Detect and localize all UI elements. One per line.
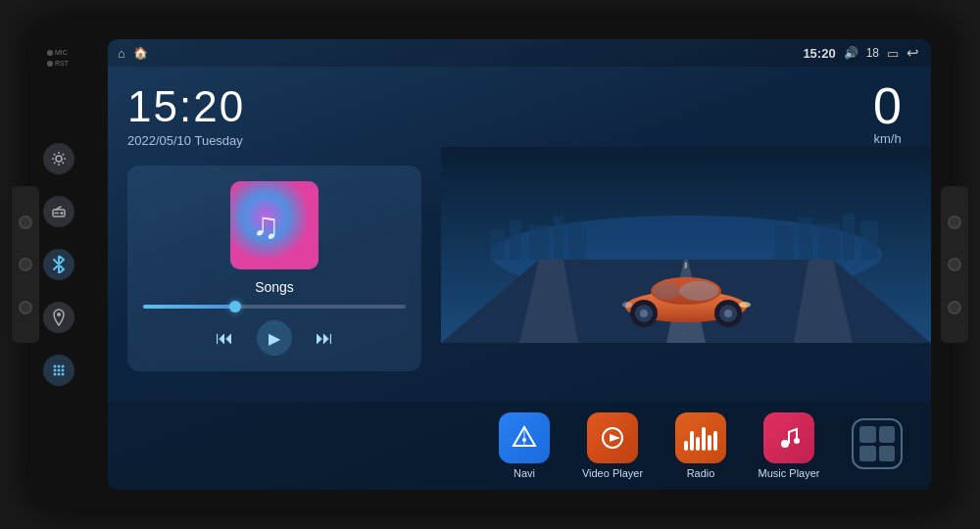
clock-section: 15:20 2022/05/10 Tuesday bbox=[127, 82, 421, 148]
svg-point-45 bbox=[622, 302, 632, 308]
svg-rect-25 bbox=[843, 214, 855, 260]
svg-marker-48 bbox=[610, 434, 620, 442]
app-icon-grid[interactable] bbox=[843, 418, 911, 473]
video-label: Video Player bbox=[582, 467, 643, 479]
bracket-left bbox=[12, 186, 39, 343]
svg-point-10 bbox=[54, 373, 57, 376]
speed-unit: km/h bbox=[873, 131, 902, 146]
svg-point-5 bbox=[58, 365, 61, 368]
bluetooth-button[interactable] bbox=[43, 249, 74, 280]
eq-bars bbox=[684, 425, 717, 451]
left-panel bbox=[43, 143, 74, 386]
svg-point-4 bbox=[54, 365, 57, 368]
svg-point-46 bbox=[522, 438, 526, 442]
svg-point-37 bbox=[653, 282, 680, 300]
play-button[interactable]: ▶ bbox=[257, 320, 292, 356]
svg-point-12 bbox=[62, 373, 65, 376]
road-scene bbox=[441, 147, 931, 343]
music-panel: 15:20 2022/05/10 Tuesday bbox=[108, 67, 441, 402]
speaker-icon: 🔊 bbox=[844, 46, 858, 60]
music-label: Music Player bbox=[759, 467, 820, 479]
main-area: 15:20 2022/05/10 Tuesday bbox=[108, 67, 931, 402]
grid-icon bbox=[852, 418, 903, 469]
speed-value: 0 bbox=[873, 80, 902, 131]
navi-label: Navi bbox=[514, 467, 535, 479]
svg-rect-23 bbox=[799, 217, 812, 260]
svg-point-0 bbox=[56, 156, 62, 162]
svg-point-36 bbox=[679, 281, 718, 301]
app-icon-radio[interactable]: Radio bbox=[666, 412, 735, 479]
music-card: ♫ Songs ⏮ ▶ bbox=[127, 166, 421, 371]
status-bar: ⌂ 🏠 15:20 🔊 18 ▭ ↩ bbox=[108, 39, 931, 67]
svg-text:♫: ♫ bbox=[252, 205, 280, 246]
home-outline-icon[interactable]: ⌂ bbox=[118, 46, 125, 61]
volume-value: 18 bbox=[866, 46, 879, 60]
screen-content: 15:20 2022/05/10 Tuesday bbox=[108, 67, 931, 490]
speed-section: 0 km/h bbox=[873, 80, 902, 146]
back-icon[interactable]: ↩ bbox=[906, 44, 919, 62]
svg-rect-22 bbox=[774, 225, 794, 260]
status-bar-left: ⌂ 🏠 bbox=[118, 46, 148, 61]
svg-point-49 bbox=[781, 440, 789, 448]
svg-rect-20 bbox=[554, 216, 564, 260]
settings-button[interactable] bbox=[43, 143, 74, 174]
status-bar-right: 15:20 🔊 18 ▭ ↩ bbox=[803, 44, 919, 62]
svg-rect-19 bbox=[529, 225, 549, 260]
home-filled-icon[interactable]: 🏠 bbox=[133, 46, 148, 60]
status-time: 15:20 bbox=[803, 46, 835, 61]
next-button[interactable]: ⏭ bbox=[316, 328, 333, 349]
radio-app-icon bbox=[675, 412, 726, 463]
main-screen: ⌂ 🏠 15:20 🔊 18 ▭ ↩ 15:20 2022/0 bbox=[108, 39, 931, 490]
album-art: ♫ bbox=[230, 181, 318, 269]
progress-bar[interactable] bbox=[143, 305, 406, 309]
svg-rect-24 bbox=[818, 223, 840, 260]
navi-icon bbox=[499, 412, 550, 463]
svg-point-40 bbox=[640, 310, 648, 317]
app-icon-music[interactable]: Music Player bbox=[755, 412, 823, 479]
svg-point-9 bbox=[62, 369, 65, 372]
music-app-icon bbox=[763, 412, 814, 463]
app-icon-video[interactable]: Video Player bbox=[578, 412, 647, 479]
svg-point-6 bbox=[62, 365, 65, 368]
progress-dot bbox=[229, 301, 241, 313]
video-icon bbox=[587, 412, 638, 463]
progress-fill bbox=[143, 305, 235, 309]
svg-rect-18 bbox=[510, 220, 521, 260]
apps-button[interactable] bbox=[43, 355, 74, 386]
bracket-right bbox=[941, 186, 968, 343]
svg-point-11 bbox=[58, 373, 61, 376]
mic-label: MIC bbox=[55, 49, 68, 56]
svg-rect-26 bbox=[860, 220, 878, 260]
music-controls: ⏮ ▶ ⏭ bbox=[143, 320, 406, 356]
svg-rect-17 bbox=[490, 230, 505, 260]
rst-label: RST bbox=[55, 60, 69, 67]
svg-point-44 bbox=[739, 302, 751, 308]
svg-point-43 bbox=[724, 310, 732, 317]
app-icon-navi[interactable]: Navi bbox=[490, 412, 559, 479]
location-button[interactable] bbox=[43, 302, 74, 333]
prev-button[interactable]: ⏮ bbox=[216, 328, 233, 349]
app-bar: Navi Video Player bbox=[108, 402, 931, 490]
song-title: Songs bbox=[143, 279, 406, 295]
car-unit: MIC RST bbox=[29, 20, 951, 509]
svg-point-8 bbox=[58, 369, 61, 372]
svg-point-2 bbox=[61, 212, 64, 215]
radio-label: Radio bbox=[687, 467, 715, 479]
svg-point-3 bbox=[57, 313, 61, 316]
mic-rst-labels: MIC RST bbox=[47, 49, 69, 67]
svg-point-50 bbox=[794, 438, 800, 444]
right-panel: 0 km/h bbox=[441, 67, 931, 402]
clock-time: 15:20 bbox=[127, 82, 421, 131]
clock-date: 2022/05/10 Tuesday bbox=[127, 133, 421, 148]
battery-icon: ▭ bbox=[887, 46, 899, 61]
svg-rect-21 bbox=[568, 223, 586, 260]
svg-point-7 bbox=[54, 369, 57, 372]
radio-button[interactable] bbox=[43, 196, 74, 227]
